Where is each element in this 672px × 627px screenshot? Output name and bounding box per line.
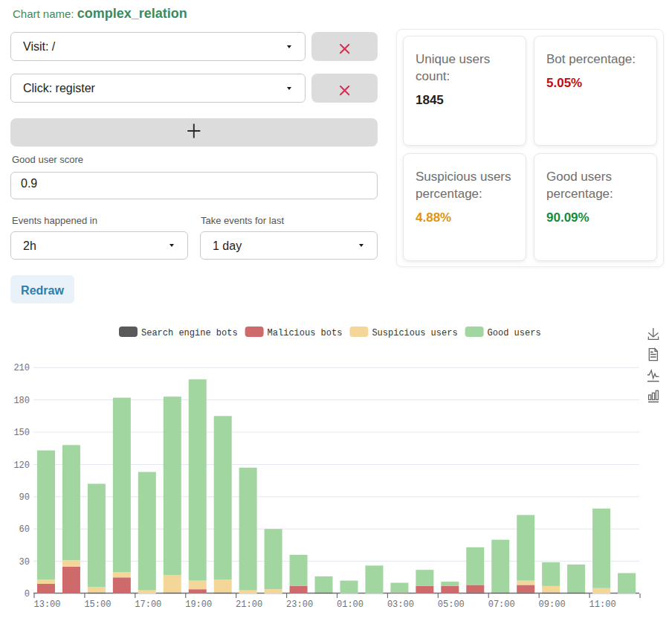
svg-text:13:00: 13:00 [33, 599, 60, 610]
svg-text:01:00: 01:00 [337, 599, 364, 610]
svg-text:05:00: 05:00 [438, 599, 465, 610]
svg-text:07:00: 07:00 [488, 599, 515, 610]
svg-text:21:00: 21:00 [236, 599, 262, 610]
svg-text:09:00: 09:00 [539, 599, 566, 610]
svg-text:90: 90 [19, 492, 30, 503]
svg-text:Search engine bots: Search engine bots [141, 328, 238, 338]
svg-text:30: 30 [19, 557, 30, 567]
svg-text:150: 150 [13, 428, 30, 438]
svg-text:19:00: 19:00 [185, 599, 212, 610]
svg-text:Malicious bots: Malicious bots [268, 328, 343, 338]
svg-text:11:00: 11:00 [589, 599, 616, 610]
svg-text:210: 210 [13, 363, 30, 373]
svg-text:03:00: 03:00 [387, 599, 414, 610]
svg-text:180: 180 [13, 396, 30, 406]
svg-text:Good users: Good users [488, 328, 541, 338]
svg-text:60: 60 [19, 524, 30, 535]
svg-text:Suspicious users: Suspicious users [372, 328, 457, 338]
svg-text:23:00: 23:00 [286, 599, 313, 610]
svg-text:15:00: 15:00 [84, 599, 111, 610]
svg-text:120: 120 [13, 460, 30, 471]
svg-text:0: 0 [25, 589, 30, 599]
svg-text:17:00: 17:00 [135, 599, 161, 610]
